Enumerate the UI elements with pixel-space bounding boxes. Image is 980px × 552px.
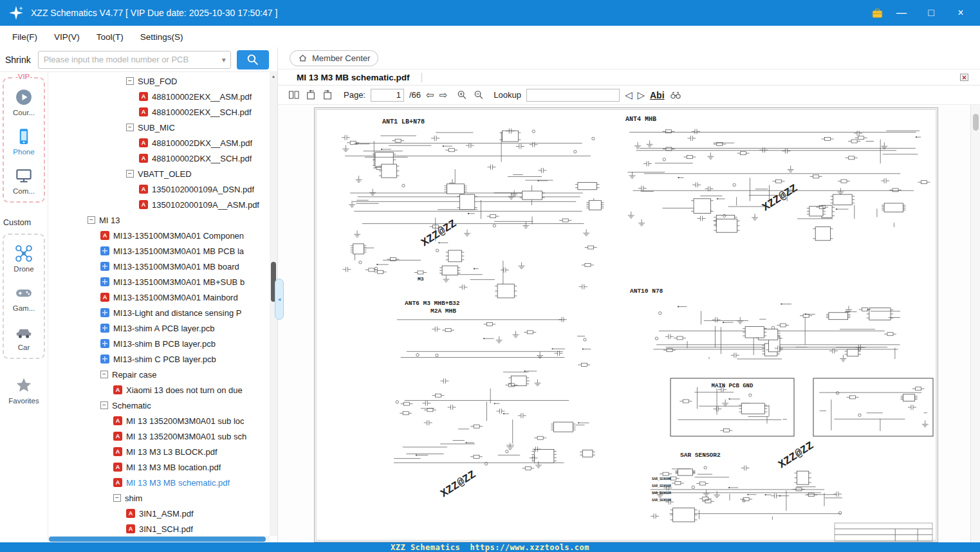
tree-item[interactable]: A488100002EKX__SCH.pdf [48, 104, 270, 120]
tree-item[interactable]: MI13-135100M3M0A01 MB board [48, 259, 270, 274]
maximize-button[interactable]: □ [925, 8, 938, 18]
tree-item[interactable]: AMI13-135100M3M0A01 Componen [48, 228, 270, 243]
tree-item-label: SUB_FOD [138, 77, 177, 86]
tree-hscrollbar-thumb[interactable] [49, 537, 266, 542]
menu-item-vip[interactable]: VIP(V) [46, 32, 88, 42]
rotate-right-icon[interactable] [322, 89, 333, 100]
tab-mi13-m3-mb-schematic[interactable]: MI 13 M3 MB schematic.pdf [297, 73, 421, 82]
tab-separator [421, 73, 422, 82]
vip-card-icon[interactable] [871, 7, 883, 19]
tree-folder[interactable]: −SUB_FOD [48, 73, 270, 89]
tree-item-label: MI 13 M3 L3 BLOCK.pdf [126, 447, 217, 457]
tree-item[interactable]: A488100002EKX__ASM.pdf [48, 89, 270, 104]
minimize-button[interactable]: — [895, 8, 908, 18]
pcb-file-icon [100, 277, 109, 286]
tree-item[interactable]: AMI 13 M3 L3 BLOCK.pdf [48, 444, 270, 459]
collapse-icon[interactable]: − [126, 77, 134, 85]
menu-item-settings[interactable]: Settings(S) [132, 32, 192, 42]
app-logo-icon [8, 5, 24, 21]
sidebar-item-phone[interactable]: Phone [13, 127, 34, 156]
tree-item-label: MI13-shim B PCB layer.pcb [113, 339, 216, 349]
scroll-up-icon[interactable]: ▲ [270, 74, 277, 78]
tree-folder[interactable]: −Repair case [48, 367, 270, 382]
tree-item-label: VBATT_OLED [138, 169, 192, 179]
sidebar-item-favorites[interactable]: Favorites [8, 376, 39, 405]
tree-item[interactable]: A1350102000109A_DSN.pdf [48, 181, 270, 197]
two-page-view-icon[interactable] [288, 89, 300, 100]
sidebar-item-drone[interactable]: Drone [14, 244, 33, 273]
sidebar-item-course[interactable]: Cour... [13, 87, 35, 116]
collapse-icon[interactable]: − [88, 216, 95, 224]
tree-item[interactable]: MI13-Light and distance sensing P [48, 305, 270, 320]
close-document-icon[interactable] [959, 72, 970, 82]
pdf-file-icon: A [113, 463, 122, 472]
viewer-scrollbar-thumb[interactable] [973, 114, 979, 131]
tree-folder[interactable]: −MI 13 [48, 212, 270, 228]
collapse-icon[interactable]: − [126, 170, 134, 178]
tree-item[interactable]: MI13-135100M3M0A01 MB PCB la [48, 243, 270, 259]
tree-folder[interactable]: −VBATT_OLED [48, 166, 270, 181]
member-center-label: Member Center [312, 53, 370, 63]
schematic-canvas: XZZ@ZZXZZ@ZZXZZ@ZZXZZ@ZZMAIN PCB GNDANT1… [315, 108, 938, 542]
tree-item[interactable]: MI13-shim A PCB layer.pcb [48, 320, 270, 336]
next-match-button[interactable]: ▷ [637, 90, 645, 100]
course-icon [14, 87, 33, 107]
menu-item-tool[interactable]: Tool(T) [88, 32, 132, 42]
tree-item-label: MI13-135100M3M0A01 MB+SUB b [113, 277, 245, 287]
previous-page-button[interactable]: ⇦ [426, 90, 434, 100]
search-button[interactable] [237, 50, 269, 69]
pdf-view-area: XZZ@ZZXZZ@ZZXZZ@ZZXZZ@ZZMAIN PCB GNDANT1… [278, 105, 980, 542]
lookup-input[interactable] [526, 89, 620, 102]
member-center-button[interactable]: Member Center [290, 50, 378, 66]
favorites-label: Favorites [8, 397, 39, 405]
tree-item[interactable]: A488100002DKX__ASM.pdf [48, 135, 270, 151]
tree-item[interactable]: MI13-shim C PCB layer.pcb [48, 351, 270, 367]
collapse-icon[interactable]: − [126, 124, 134, 131]
svg-text:XZZ@ZZ: XZZ@ZZ [760, 182, 800, 214]
tree-item-label: shim [125, 493, 142, 503]
tree-item[interactable]: A488100002DKX__SCH.pdf [48, 151, 270, 166]
page-number-input[interactable] [371, 89, 404, 102]
shrink-button[interactable]: Shrink [4, 55, 32, 65]
model-search-input[interactable] [39, 55, 217, 64]
sidebar-item-games[interactable]: Gam... [13, 283, 35, 312]
zoom-out-icon[interactable] [473, 89, 485, 100]
icon-rail-sidebar: -VIP- Cour...PhoneCom... Custom DroneGam… [0, 72, 48, 542]
tree-folder[interactable]: −Schematic [48, 398, 270, 413]
viewer-vertical-scrollbar[interactable] [970, 105, 980, 542]
sidebar-item-computer[interactable]: Com... [13, 166, 35, 195]
sidebar-item-car[interactable]: Car [14, 322, 33, 351]
tree-item[interactable]: AMI 13 M3 MB schematic.pdf [48, 475, 270, 490]
tree-item[interactable]: AMI 13 135200M3M0A01 sub loc [48, 413, 270, 428]
chevron-down-icon[interactable]: ▾ [217, 55, 230, 64]
tree-item[interactable]: AMI 13 M3 MB location.pdf [48, 459, 270, 475]
tree-item[interactable]: AMI 13 135200M3M0A01 sub sch [48, 428, 270, 444]
collapse-icon[interactable]: − [100, 371, 108, 378]
close-button[interactable]: × [954, 8, 967, 18]
panel-collapse-handle[interactable]: ◂ [275, 279, 284, 320]
tree-horizontal-scrollbar[interactable] [48, 536, 270, 542]
rotate-left-icon[interactable] [305, 89, 317, 100]
previous-match-button[interactable]: ◁ [625, 90, 633, 100]
zoom-in-icon[interactable] [456, 89, 468, 100]
tree-item-label: MI 13 M3 MB location.pdf [126, 463, 221, 472]
collapse-icon[interactable]: − [100, 401, 108, 409]
tree-item[interactable]: MI13-135100M3M0A01 MB+SUB b [48, 274, 270, 290]
tree-item[interactable]: A3IN1_SCH.pdf [48, 521, 270, 536]
binoculars-icon[interactable] [670, 89, 681, 100]
menu-item-file[interactable]: File(F) [4, 32, 46, 42]
tree-item[interactable]: A3IN1_ASM.pdf [48, 506, 270, 521]
tree-folder[interactable]: −SUB_MIC [48, 120, 270, 135]
svg-text:SAR SENSOR2: SAR SENSOR2 [680, 452, 721, 459]
collapse-icon[interactable]: − [113, 494, 121, 502]
match-case-toggle[interactable]: Abi [650, 90, 665, 100]
tree-item[interactable]: MI13-shim B PCB layer.pcb [48, 336, 270, 351]
tree-folder[interactable]: −shim [48, 490, 270, 506]
pdf-file-icon: A [113, 432, 122, 441]
page-label: Page: [344, 90, 365, 100]
tree-item[interactable]: AXiaomi 13 does not turn on due [48, 382, 270, 398]
pdf-file-icon: A [113, 385, 122, 394]
tree-item[interactable]: AMI13-135100M3M0A01 Mainbord [48, 290, 270, 305]
next-page-button[interactable]: ⇨ [439, 90, 448, 100]
tree-item[interactable]: A1350102000109A__ASM.pdf [48, 197, 270, 212]
